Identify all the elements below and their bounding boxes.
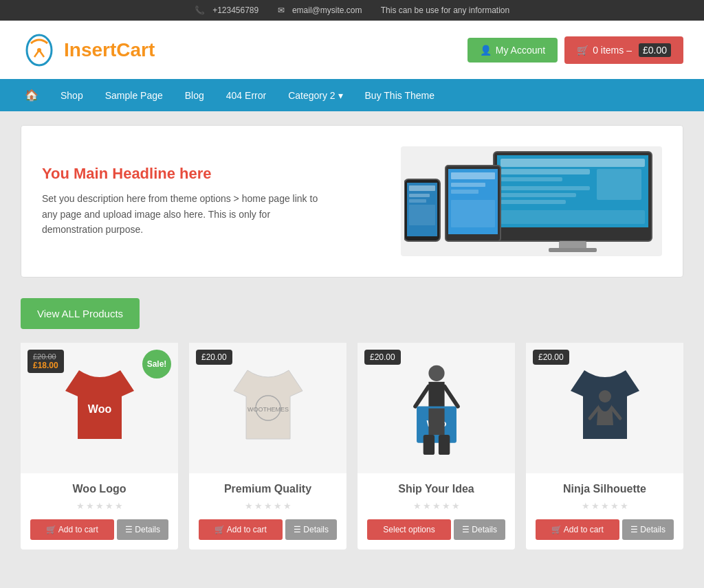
top-bar-phone: 📞 +123456789 (195, 5, 264, 15)
svg-rect-4 (500, 159, 645, 167)
svg-rect-10 (500, 200, 566, 204)
product-card-premium-quality: £20.00 WOOTHEMES Premium Quality ★ ★ ★ ★ (189, 343, 346, 550)
svg-rect-30 (428, 382, 444, 409)
details-premium-quality[interactable]: ☰ Details (285, 519, 337, 540)
svg-rect-7 (597, 169, 641, 200)
product-info-premium-quality: Premium Quality ★ ★ ★ ★ ★ 🛒 Add to cart … (189, 473, 346, 550)
star-rating-ninja-silhouette: ★ ★ ★ ★ ★ (536, 501, 674, 511)
star-rating-ship-your-idea: ★ ★ ★ ★ ★ (367, 501, 505, 511)
logo-text: InsertCart (64, 39, 155, 61)
cart-icon: 🛒 (577, 45, 588, 56)
header-buttons: 👤 My Account 🛒 0 items – £0.00 (468, 36, 683, 64)
svg-rect-24 (409, 199, 426, 203)
product-info-ninja-silhouette: Ninja Silhouette ★ ★ ★ ★ ★ 🛒 Add to cart… (526, 473, 683, 550)
svg-rect-22 (409, 185, 435, 191)
top-bar-info: This can be use for any information (381, 5, 509, 15)
product-card-woo-logo: £20.00 £18.00 Sale! Woo Woo Logo ★ ★ ★ (21, 343, 178, 550)
price-badge-ninja-silhouette: £20.00 (533, 350, 569, 365)
svg-rect-23 (409, 194, 430, 197)
product-image-woo-logo: £20.00 £18.00 Sale! Woo (21, 343, 178, 473)
svg-point-38 (599, 390, 611, 403)
cart-price: £0.00 (639, 43, 671, 57)
header: InsertCart 👤 My Account 🛒 0 items – £0.0… (0, 21, 704, 79)
hero-headline: You Main Headline here (42, 165, 331, 183)
products-grid: £20.00 £18.00 Sale! Woo Woo Logo ★ ★ ★ (21, 343, 683, 550)
hero-banner: You Main Headline here Set you descripti… (21, 125, 683, 278)
add-to-cart-premium-quality[interactable]: 🛒 Add to cart (199, 519, 283, 540)
product-image-ninja-silhouette: £20.00 (526, 343, 683, 473)
nav-category-2[interactable]: Category 2 ▾ (277, 80, 353, 111)
nav-shop[interactable]: Shop (50, 80, 94, 111)
price-badge-ship-your-idea: £20.00 (364, 350, 401, 365)
product-actions-ninja-silhouette: 🛒 Add to cart ☰ Details (536, 519, 674, 540)
svg-rect-36 (423, 435, 434, 455)
device-mockup-svg (404, 148, 659, 255)
logo-icon (21, 31, 58, 69)
tshirt-ship-your-idea: Woo (395, 360, 478, 456)
hero-image (401, 146, 662, 256)
main-content: You Main Headline here Set you descripti… (0, 111, 704, 563)
nav-home[interactable]: 🏠 (14, 79, 50, 111)
details-ninja-silhouette[interactable]: ☰ Details (622, 519, 674, 540)
user-icon: 👤 (480, 45, 492, 56)
svg-point-29 (428, 365, 444, 381)
star-rating-woo-logo: ★ ★ ★ ★ ★ (30, 501, 168, 511)
product-title-ship-your-idea: Ship Your Idea (367, 483, 505, 495)
sale-badge-woo-logo: Sale! (142, 350, 171, 378)
svg-rect-9 (500, 193, 576, 197)
product-title-woo-logo: Woo Logo (30, 483, 168, 495)
tshirt-woo-logo: Woo (58, 363, 141, 453)
nav-sample-page[interactable]: Sample Page (94, 80, 174, 111)
svg-rect-18 (451, 190, 478, 194)
top-bar: 📞 +123456789 ✉ email@mysite.com This can… (0, 0, 704, 21)
details-ship-your-idea[interactable]: ☰ Details (454, 519, 505, 540)
tshirt-premium-quality: WOOTHEMES (227, 363, 309, 453)
star-rating-premium-quality: ★ ★ ★ ★ ★ (199, 501, 337, 511)
main-nav: 🏠 Shop Sample Page Blog 404 Error Catego… (0, 79, 704, 111)
svg-rect-25 (409, 205, 435, 225)
product-actions-premium-quality: 🛒 Add to cart ☰ Details (199, 519, 337, 540)
svg-rect-35 (428, 408, 444, 435)
svg-text:WOOTHEMES: WOOTHEMES (248, 406, 289, 413)
view-all-products-button[interactable]: View ALL Products (21, 298, 140, 329)
svg-rect-5 (500, 169, 590, 174)
product-title-premium-quality: Premium Quality (199, 483, 337, 495)
nav-buy-theme[interactable]: Buy This Theme (354, 80, 446, 111)
svg-rect-8 (500, 186, 590, 190)
product-image-ship-your-idea: £20.00 Woo (358, 343, 515, 473)
svg-text:Woo: Woo (87, 403, 111, 415)
svg-rect-13 (549, 248, 597, 252)
details-woo-logo[interactable]: ☰ Details (117, 519, 168, 540)
svg-rect-17 (451, 183, 485, 187)
hero-description: Set you description here from theme opti… (42, 191, 331, 237)
product-info-woo-logo: Woo Logo ★ ★ ★ ★ ★ 🛒 Add to cart ☰ Detai… (21, 473, 178, 550)
logo: InsertCart (21, 31, 155, 69)
svg-point-1 (37, 48, 41, 52)
top-bar-email: ✉ email@mysite.com (278, 5, 368, 15)
product-card-ninja-silhouette: £20.00 Ninja Silhouette ★ (526, 343, 683, 550)
nav-blog[interactable]: Blog (174, 80, 215, 111)
price-badge-woo-logo: £20.00 £18.00 (28, 350, 64, 373)
nav-404-error[interactable]: 404 Error (215, 80, 277, 111)
hero-text: You Main Headline here Set you descripti… (42, 165, 331, 237)
product-title-ninja-silhouette: Ninja Silhouette (536, 483, 674, 495)
price-badge-premium-quality: £20.00 (196, 350, 232, 365)
product-actions-ship-your-idea: Select options ☰ Details (367, 519, 505, 540)
svg-line-31 (415, 387, 428, 407)
select-options-ship-your-idea[interactable]: Select options (367, 519, 451, 540)
svg-line-32 (444, 387, 457, 407)
product-info-ship-your-idea: Ship Your Idea ★ ★ ★ ★ ★ Select options … (358, 473, 515, 550)
add-to-cart-ninja-silhouette[interactable]: 🛒 Add to cart (536, 519, 619, 540)
cart-button[interactable]: 🛒 0 items – £0.00 (564, 36, 683, 64)
products-section: View ALL Products £20.00 £18.00 Sale! Wo… (21, 298, 683, 550)
svg-rect-19 (451, 200, 495, 227)
my-account-button[interactable]: 👤 My Account (468, 38, 558, 63)
svg-rect-16 (451, 172, 495, 179)
svg-rect-6 (500, 177, 562, 181)
product-card-ship-your-idea: £20.00 Woo (358, 343, 515, 550)
tshirt-ninja-silhouette (564, 363, 646, 453)
svg-rect-37 (438, 435, 449, 455)
product-actions-woo-logo: 🛒 Add to cart ☰ Details (30, 519, 168, 540)
add-to-cart-woo-logo[interactable]: 🛒 Add to cart (30, 519, 114, 540)
product-image-premium-quality: £20.00 WOOTHEMES (189, 343, 346, 473)
